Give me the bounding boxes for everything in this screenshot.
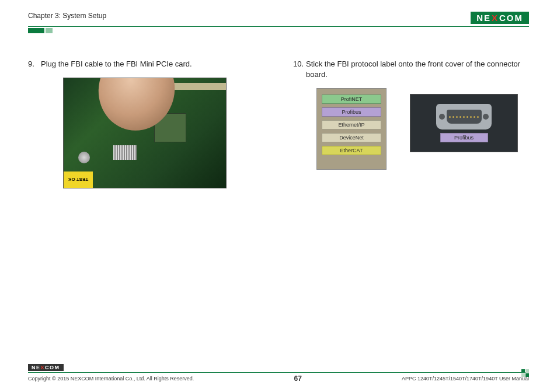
port-screw-right <box>483 114 489 120</box>
logo-x: X <box>491 13 499 23</box>
right-column: 10. Stick the FBI protocol label onto th… <box>293 59 529 188</box>
page-number: 67 <box>294 374 301 383</box>
step-text: Stick the FBI protocol label onto the fr… <box>306 59 529 80</box>
chapter-title: Chapter 3: System Setup <box>28 12 106 20</box>
port-shell <box>447 110 482 124</box>
footer-ornament <box>521 369 529 377</box>
footer-logo-post: COM <box>45 365 60 370</box>
label-ethercat: EtherCAT <box>322 146 381 155</box>
step-text: Plug the FBI cable to the FBI Mini PCIe … <box>41 59 264 69</box>
test-ok-sticker: TEST OK <box>64 172 93 188</box>
connector-board-photo: Profibus <box>410 94 518 152</box>
serial-port <box>436 104 492 130</box>
step-10: 10. Stick the FBI protocol label onto th… <box>293 59 529 80</box>
brand-logo: NEXCOM <box>471 12 529 24</box>
pcb-install-photo: TEST OK <box>63 78 227 188</box>
copyright-text: Copyright © 2015 NEXCOM International Co… <box>28 376 194 382</box>
label-devicenet: DeviceNet <box>322 133 381 142</box>
pcb-cable-connector <box>113 145 137 160</box>
applied-profibus-label: Profibus <box>440 133 488 142</box>
port-screw-left <box>439 114 445 120</box>
logo-pre: NE <box>476 13 491 23</box>
footer-logo-x: X <box>41 365 46 370</box>
protocol-label-sheet-photo: ProfiNET Profibus Ethernet/IP DeviceNet … <box>316 88 387 170</box>
label-profibus: Profibus <box>322 107 381 117</box>
left-column: 9. Plug the FBI cable to the FBI Mini PC… <box>28 59 264 188</box>
step-number: 10. <box>293 59 306 80</box>
pcb-screw <box>78 152 90 163</box>
logo-post: COM <box>499 13 523 23</box>
label-profinet: ProfiNET <box>322 94 381 104</box>
step-number: 9. <box>28 59 41 69</box>
header-accent-bar <box>28 28 44 33</box>
step-9: 9. Plug the FBI cable to the FBI Mini PC… <box>28 59 264 69</box>
footer-logo-pre: NE <box>32 365 41 370</box>
manual-title: APPC 1240T/1245T/1540T/1740T/1940T User … <box>402 376 529 382</box>
label-ethernetip: Ethernet/IP <box>322 120 381 130</box>
footer-logo: NEXCOM <box>28 364 64 371</box>
page-footer: NEXCOM Copyright © 2015 NEXCOM Internati… <box>28 364 529 383</box>
